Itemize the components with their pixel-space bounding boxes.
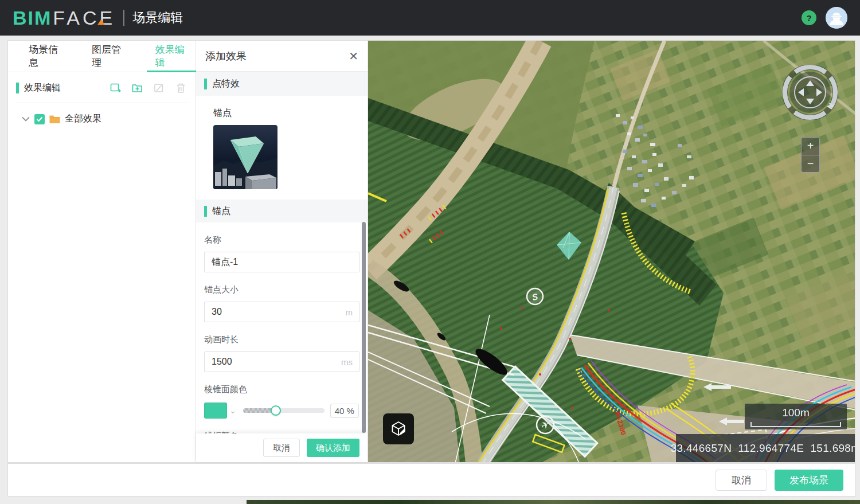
plane-road-marker: ✈ bbox=[537, 416, 554, 433]
anchor-section-title: 锚点 bbox=[212, 205, 230, 217]
add-effect-panel: 添加效果 ✕ 点特效 锚点 bbox=[196, 41, 368, 462]
header-divider bbox=[123, 10, 124, 26]
scene-cancel-button[interactable]: 取消 bbox=[716, 470, 767, 491]
workspace: 场景信息 图层管理 效果编辑 效果编辑 bbox=[7, 40, 855, 463]
anchor-section-header: 锚点 bbox=[196, 200, 368, 222]
map-viewport[interactable]: S ✈ R=2300 bbox=[368, 41, 855, 462]
animation-duration-unit: ms bbox=[341, 357, 353, 367]
panel-scrollbar[interactable] bbox=[362, 222, 366, 433]
model-view-button[interactable] bbox=[383, 413, 414, 444]
delete-icon[interactable] bbox=[175, 83, 186, 93]
left-panel: 场景信息 图层管理 效果编辑 效果编辑 bbox=[8, 41, 196, 462]
dialog-title: 添加效果 bbox=[205, 49, 247, 63]
left-panel-tabs: 场景信息 图层管理 效果编辑 bbox=[8, 41, 196, 72]
help-icon[interactable]: ? bbox=[802, 10, 816, 25]
anchor-thumb-label: 锚点 bbox=[213, 107, 368, 119]
zoom-out-button[interactable]: − bbox=[802, 155, 819, 173]
edit-icon[interactable] bbox=[154, 83, 165, 93]
anchor-size-unit: m bbox=[346, 307, 353, 317]
pyramid-face-color-label: 棱锥面颜色 bbox=[204, 384, 359, 395]
publish-scene-button[interactable]: 发布场景 bbox=[775, 470, 843, 491]
animation-duration-input[interactable] bbox=[204, 351, 359, 372]
opacity-value-box[interactable]: 40 % bbox=[330, 404, 359, 418]
add-folder-icon[interactable] bbox=[132, 83, 143, 93]
name-label: 名称 bbox=[204, 235, 359, 245]
anchor-size-label: 锚点大小 bbox=[204, 284, 359, 295]
coordinates-readout: 33.446657N 112.964774E 151.698m bbox=[676, 434, 855, 462]
section-accent-bar bbox=[204, 79, 207, 89]
anchor-name-input[interactable] bbox=[204, 252, 359, 272]
section-accent-bar bbox=[16, 83, 19, 93]
s-road-marker: S bbox=[527, 288, 543, 304]
scene-editor-window: BIM FACE 场景编辑 ? 场景信息 图层管理 bbox=[0, 0, 860, 504]
section-accent-bar bbox=[204, 206, 207, 217]
zoom-in-button[interactable]: + bbox=[802, 138, 819, 155]
app-header: BIM FACE 场景编辑 ? bbox=[0, 0, 860, 36]
anchor-form: 名称 锚点大小 m 动画时长 ms 棱锥面颜色 ⌄ bbox=[196, 235, 368, 442]
category-title: 点特效 bbox=[212, 78, 240, 90]
face-color-row: ⌄ 40 % bbox=[204, 403, 359, 419]
avatar[interactable] bbox=[826, 7, 847, 29]
effect-edit-section-title: 效果编辑 bbox=[24, 82, 61, 94]
compass-icon: N bbox=[783, 65, 838, 120]
anchor-thumbnail-image bbox=[213, 125, 277, 189]
cube-edit-icon bbox=[389, 420, 408, 438]
face-color-swatch[interactable] bbox=[204, 403, 227, 419]
bottom-action-bar: 取消 发布场景 bbox=[7, 463, 855, 497]
opacity-slider-empty-track bbox=[276, 408, 325, 413]
tab-layer-management[interactable]: 图层管理 bbox=[89, 41, 132, 72]
add-effect-icon[interactable] bbox=[110, 83, 121, 93]
map-3d-scene[interactable]: S ✈ R=2300 bbox=[368, 41, 855, 462]
opacity-unit: % bbox=[347, 406, 354, 416]
map-terrain bbox=[368, 41, 855, 462]
check-icon bbox=[36, 116, 43, 122]
zoom-control: + − bbox=[801, 137, 820, 173]
category-point-effect: 点特效 bbox=[196, 72, 368, 96]
scale-label: 100m bbox=[745, 407, 847, 419]
map-scale-bar: 100m bbox=[745, 404, 847, 429]
confirm-add-button[interactable]: 确认添加 bbox=[307, 439, 359, 457]
tree-node-label: 全部效果 bbox=[65, 113, 101, 125]
logo-bim-text: BIM bbox=[13, 7, 52, 29]
opacity-value: 40 bbox=[335, 406, 345, 416]
tab-scene-info[interactable]: 场景信息 bbox=[26, 41, 69, 72]
worker-avatar-icon bbox=[826, 7, 847, 29]
tree-node-checkbox[interactable] bbox=[34, 114, 45, 124]
left-panel-divider bbox=[16, 103, 187, 103]
page-title: 场景编辑 bbox=[132, 9, 183, 26]
folder-icon bbox=[49, 115, 60, 124]
chevron-down-icon[interactable]: ⌄ bbox=[229, 406, 236, 415]
anchor-effect-thumbnail[interactable] bbox=[213, 125, 277, 189]
opacity-slider-handle[interactable] bbox=[271, 405, 281, 416]
close-icon[interactable]: ✕ bbox=[349, 50, 358, 62]
tab-effect-edit[interactable]: 效果编辑 bbox=[153, 41, 196, 72]
dialog-footer: 取消 确认添加 bbox=[196, 433, 368, 462]
cancel-button[interactable]: 取消 bbox=[263, 439, 300, 457]
compass-control[interactable]: N bbox=[783, 65, 838, 120]
anchor-size-input[interactable] bbox=[204, 302, 359, 322]
tree-row-all-effects: 全部效果 bbox=[22, 113, 196, 125]
animation-duration-label: 动画时长 bbox=[204, 334, 359, 345]
bimface-logo: BIM FACE bbox=[13, 7, 115, 29]
tree-expand-chevron-icon[interactable] bbox=[22, 116, 30, 122]
background-page-strip bbox=[247, 500, 860, 504]
opacity-slider[interactable] bbox=[243, 405, 325, 416]
logo-face-text: FACE bbox=[53, 7, 115, 29]
scale-bracket bbox=[750, 421, 841, 428]
